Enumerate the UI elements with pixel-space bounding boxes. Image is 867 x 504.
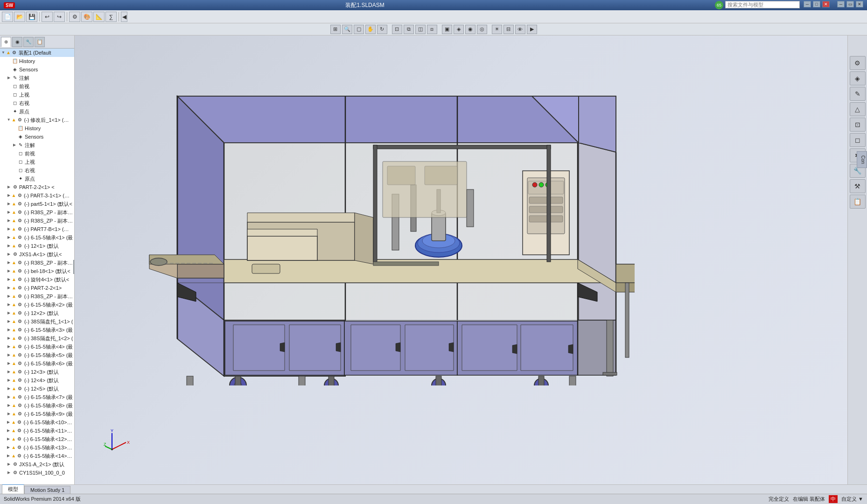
collapse-button[interactable]: ◀	[121, 12, 127, 22]
tree-item[interactable]: ◻ 前视	[0, 82, 74, 91]
expand-icon[interactable]: ▶	[7, 260, 11, 265]
tree-item[interactable]: ▶ ▲ ⚙ (-) 6-15-5轴承<7> (最	[0, 393, 74, 401]
right-btn-4[interactable]: △	[850, 102, 866, 116]
tree-item[interactable]: ◻ 右视	[0, 166, 74, 175]
view-orient2-button[interactable]: ⧉	[404, 25, 414, 34]
equation-button[interactable]: ∑	[105, 12, 117, 22]
expand-icon[interactable]	[12, 160, 17, 164]
expand-icon[interactable]	[7, 92, 11, 97]
tree-item[interactable]: 📋 History	[0, 57, 74, 65]
expand-icon[interactable]: ▶	[7, 235, 11, 240]
tree-item[interactable]: ▶ ▲ ⚙ (-) 6-15-5轴承<10> (最	[0, 418, 74, 427]
pan-button[interactable]: ✋	[365, 25, 376, 34]
expand-icon[interactable]: ▼	[7, 118, 11, 122]
expand-icon[interactable]: ▶	[7, 454, 11, 458]
tree-item[interactable]: ▶ ▲ ⚙ (-) R38S_ZP - 副本<3	[0, 259, 74, 267]
right-btn-2[interactable]: ◈	[850, 71, 866, 85]
expand-icon[interactable]: ▶	[7, 353, 11, 357]
zoom-to-fit-button[interactable]: ⊞	[330, 25, 341, 34]
expand-icon[interactable]: ▶	[7, 462, 11, 467]
expand-icon[interactable]: ▶	[7, 470, 11, 475]
tree-item[interactable]: ▼ ▲ ⚙ 装配1 (Default	[0, 49, 74, 57]
tree-item[interactable]: ▶ ▲ ⚙ (-) PART-3-1<1> (默认	[0, 191, 74, 200]
expand-icon[interactable]: ▶	[7, 286, 11, 290]
expand-icon[interactable]: ▶	[7, 193, 11, 198]
tree-item[interactable]: ▶ ▲ ⚙ (-) part5-1<1> (默认<	[0, 200, 74, 208]
minimize-button[interactable]: ─	[804, 1, 811, 7]
expand-icon[interactable]: ▶	[7, 412, 11, 416]
expand-icon[interactable]: ▶	[7, 252, 11, 257]
expand-icon[interactable]: ▶	[7, 218, 11, 223]
motion-study-tab[interactable]: Motion Study 1	[24, 486, 70, 494]
right-btn-1[interactable]: ⚙	[850, 56, 866, 70]
display-tab[interactable]: 📋	[35, 37, 45, 47]
tree-item[interactable]: ▶ ▲ ⚙ (-) 6-15-5轴承<13> (最	[0, 443, 74, 452]
tree-item[interactable]: ▶ ▲ ⚙ (-) 6-15-5轴承<6> (最	[0, 359, 74, 368]
expand-icon[interactable]: ▶	[7, 361, 11, 366]
expand-icon[interactable]: ▶	[7, 386, 11, 391]
tree-item[interactable]: ▶ ▲ ⚙ (-) 12×2> (默认	[0, 309, 74, 317]
tree-item[interactable]: ◻ 右视	[0, 99, 74, 107]
expand-icon[interactable]: ▶	[7, 311, 11, 315]
tree-item[interactable]: ▶ ⚙ JXS1-A<1> (默认<	[0, 250, 74, 259]
tree-item[interactable]: ▶ ▲ ⚙ (-) 38S隔盘托_1<2> (	[0, 334, 74, 343]
tree-item[interactable]: ▶ ▲ ⚙ (-) 38S隔盘托_1<1> (	[0, 317, 74, 326]
tree-item[interactable]: ✦ 原点	[0, 175, 74, 183]
save-button[interactable]: 💾	[26, 12, 37, 22]
tree-item[interactable]: ▶ ▲ ⚙ (-) R38S_ZP - 副本<1	[0, 208, 74, 217]
expand-icon[interactable]: ▶	[7, 395, 11, 399]
tree-item[interactable]: ▶ ⚙ JXS1-A_2<1> (默认	[0, 460, 74, 469]
view-orient3-button[interactable]: ◫	[415, 25, 426, 34]
feature-tree-tab[interactable]: ⊕	[1, 37, 11, 47]
appearance-button[interactable]: 🎨	[81, 12, 92, 22]
expand-icon[interactable]: ▼	[1, 50, 6, 55]
expand-icon[interactable]	[12, 168, 17, 173]
tree-item[interactable]: ▶ ▲ ⚙ (-) 12<1> (默认	[0, 242, 74, 250]
options-button[interactable]: ⚙	[69, 12, 80, 22]
expand-icon[interactable]: ▶	[7, 269, 11, 273]
expand-icon[interactable]	[7, 59, 11, 63]
expand-icon[interactable]: ▶	[7, 185, 11, 189]
tree-item[interactable]: ▶ ▲ ⚙ (-) 6-15-5轴承<2> (最	[0, 301, 74, 309]
display2-button[interactable]: ◈	[454, 25, 464, 34]
tree-item[interactable]: ▶ ⚙ PART-2-2<1> <	[0, 183, 74, 191]
expand-icon[interactable]: ▶	[7, 445, 11, 450]
tree-item[interactable]: ◻ 前视	[0, 149, 74, 158]
user-badge[interactable]: 65	[715, 1, 723, 9]
expand-icon[interactable]: ▶	[7, 420, 11, 425]
rotate-button[interactable]: ↻	[377, 25, 387, 34]
tree-item[interactable]: ▶ ▲ ⚙ (-) R38S_ZP - 副本<4	[0, 292, 74, 301]
expand-icon[interactable]: ▶	[7, 76, 11, 80]
undo-button[interactable]: ↩	[42, 12, 53, 22]
tree-item[interactable]: ▶ ▲ ⚙ (-) R38S_ZP - 副本<2	[0, 217, 74, 225]
expand-icon[interactable]: ▶	[7, 437, 11, 441]
tree-item[interactable]: ◻ 上视	[0, 158, 74, 166]
right-btn-9[interactable]: ⚒	[850, 179, 866, 193]
expand-icon[interactable]: ▶	[7, 328, 11, 332]
tree-item[interactable]: ▶ ▲ ⚙ (-) 6-15-5轴承<1> (最	[0, 233, 74, 242]
property-tab[interactable]: ◉	[12, 37, 22, 47]
display1-button[interactable]: ▣	[442, 25, 452, 34]
doc-close-button[interactable]: ✕	[856, 1, 863, 7]
expand-icon[interactable]: ▶	[7, 210, 11, 215]
expand-icon[interactable]: ▶	[12, 143, 17, 147]
tree-item[interactable]: ▶ ▲ ⚙ (-) 6-15-5轴承<11> (最	[0, 427, 74, 435]
expand-icon[interactable]: ▶	[7, 344, 11, 349]
expand-icon[interactable]	[7, 109, 11, 114]
tree-item[interactable]: ▶ ▲ ⚙ (-) 6-15-5轴承<8> (最	[0, 401, 74, 410]
model-tab[interactable]: 模型	[2, 484, 24, 494]
tree-item[interactable]: ▶ ⚙ CY1S15H_100_0_0	[0, 469, 74, 477]
search-input[interactable]	[725, 1, 800, 8]
doc-restore-button[interactable]: ▭	[846, 1, 854, 7]
expand-icon[interactable]: ▶	[7, 336, 11, 341]
tree-item[interactable]: ▶ ▲ ⚙ (-) 12<5> (默认	[0, 385, 74, 393]
display4-button[interactable]: ◎	[477, 25, 487, 34]
tree-item[interactable]: ▶ ▲ ⚙ (-) 12<3> (默认	[0, 368, 74, 376]
zoom-box-button[interactable]: ▢	[354, 25, 364, 34]
expand-icon[interactable]: ▶	[7, 277, 11, 282]
tree-item[interactable]: ▶ ▲ ⚙ (-) bel-18<1> (默认<	[0, 267, 74, 275]
tree-item[interactable]: ▼ ▲ ⚙ (-) 修改后_1<1> (默认	[0, 116, 74, 124]
expand-icon[interactable]: ▶	[7, 428, 11, 433]
expand-icon[interactable]	[12, 176, 17, 181]
close-button[interactable]: ✕	[822, 1, 830, 7]
